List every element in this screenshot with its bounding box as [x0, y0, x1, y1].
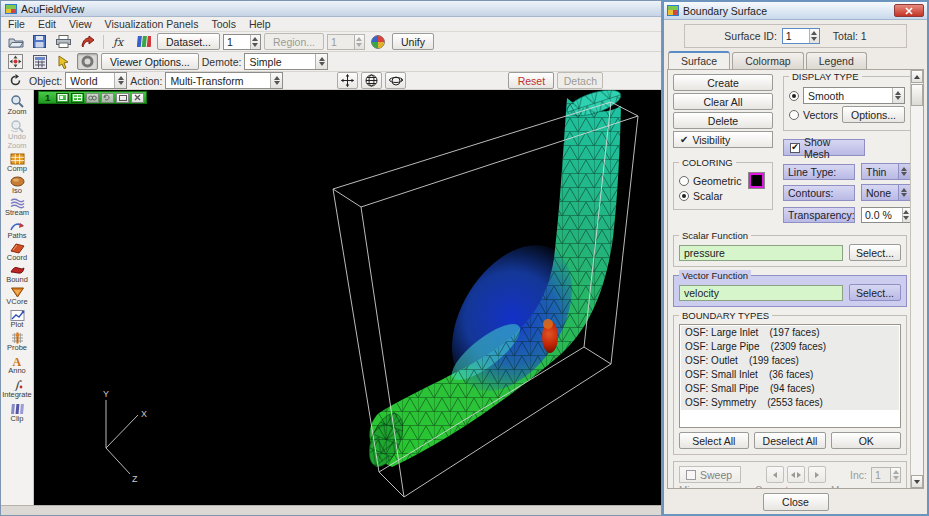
tool-bound[interactable]: Bound	[1, 264, 34, 285]
calculator-button[interactable]	[29, 53, 50, 70]
object-select[interactable]: World	[65, 72, 127, 89]
tool-coord[interactable]: Coord	[1, 242, 34, 263]
menu-edit[interactable]: Edit	[38, 18, 56, 30]
refresh-button[interactable]	[5, 72, 26, 89]
viewer-options-button[interactable]: Viewer Options...	[101, 53, 199, 70]
geometric-radio[interactable]: Geometric	[679, 173, 767, 188]
show-mesh-checkbox[interactable]: ✔ Show Mesh	[783, 139, 865, 156]
dialog-titlebar[interactable]: Boundary Surface	[664, 2, 927, 20]
snapshot-button[interactable]	[77, 33, 98, 50]
colormap-button[interactable]	[133, 33, 154, 50]
region-value-input[interactable]	[328, 35, 354, 49]
tool-comp[interactable]: Comp	[1, 152, 34, 174]
sweep-checkbox[interactable]: Sweep	[679, 466, 741, 483]
select-all-button[interactable]: Select All	[679, 432, 749, 449]
reset-button[interactable]: Reset	[508, 72, 554, 89]
region-spin-arrows[interactable]	[354, 35, 364, 49]
line-type-select[interactable]: Thin	[861, 163, 911, 180]
list-item[interactable]: OSF: Large Inlet (197 faces)	[681, 326, 899, 340]
menu-tools[interactable]: Tools	[211, 18, 236, 30]
sphere-button[interactable]	[368, 33, 389, 50]
scroll-up-button[interactable]	[911, 70, 923, 83]
display-mode-select[interactable]: Smooth	[803, 87, 905, 104]
tool-integrate[interactable]: ∫Integrate	[1, 377, 34, 400]
deselect-all-button[interactable]: Deselect All	[754, 432, 827, 449]
tool-paths[interactable]: Paths	[1, 220, 34, 241]
clear-all-button[interactable]: Clear All	[673, 93, 773, 110]
surface-id-input[interactable]	[783, 29, 809, 43]
step-forward-button[interactable]	[808, 466, 826, 483]
list-item[interactable]: OSF: Outlet (199 faces)	[681, 354, 899, 368]
main-titlebar[interactable]: AcuFieldView	[1, 1, 661, 17]
vectors-radio[interactable]: Vectors Options...	[789, 106, 905, 123]
tool-clip[interactable]: Clip	[1, 402, 34, 424]
orbit-mode-button[interactable]	[385, 72, 406, 89]
scalar-select-button[interactable]: Select...	[849, 244, 901, 261]
dataset-button[interactable]: Dataset...	[157, 33, 220, 50]
pan-compass-button[interactable]	[5, 53, 26, 70]
ring-button[interactable]	[77, 53, 98, 70]
rotate-mode-button[interactable]	[361, 72, 382, 89]
tile-pane-button[interactable]	[71, 93, 84, 103]
action-select[interactable]: Multi-Transform	[165, 72, 283, 89]
boundary-types-list[interactable]: OSF: Large Inlet (197 faces) OSF: Large …	[679, 324, 901, 428]
visibility-checkbox[interactable]: ✔ Visibility	[673, 131, 773, 148]
play-pause-button[interactable]	[787, 466, 805, 483]
function-button[interactable]: ƒx	[109, 33, 130, 50]
menu-file[interactable]: File	[8, 18, 25, 30]
list-item[interactable]: OSF: Small Pipe (94 faces)	[681, 382, 899, 396]
panel-scrollbar[interactable]	[910, 70, 923, 488]
close-pane-button[interactable]	[131, 93, 144, 103]
translate-mode-button[interactable]	[337, 72, 358, 89]
dataset-spin-arrows[interactable]	[250, 35, 260, 49]
tab-colormap[interactable]: Colormap	[732, 52, 804, 69]
menu-visualization-panels[interactable]: Visualization Panels	[105, 18, 199, 30]
surface-id-spin-arrows[interactable]	[809, 29, 819, 43]
transparency-input[interactable]	[862, 208, 902, 222]
scrollbar-track[interactable]	[911, 83, 923, 475]
transparency-spin-arrows[interactable]	[902, 208, 910, 222]
menu-view[interactable]: View	[69, 18, 92, 30]
demote-select[interactable]: Simple	[244, 53, 328, 70]
vector-select-button[interactable]: Select...	[849, 284, 901, 301]
scalar-function-input[interactable]	[679, 245, 843, 261]
scalar-radio[interactable]: Scalar	[679, 190, 767, 202]
delete-button[interactable]: Delete	[673, 112, 773, 129]
maximize-pane-button[interactable]	[116, 93, 129, 103]
scrollbar-thumb[interactable]	[911, 84, 923, 106]
tool-stream[interactable]: Stream	[1, 197, 34, 218]
dataset-value-input[interactable]	[224, 35, 250, 49]
tool-iso[interactable]: Iso	[1, 175, 34, 196]
unify-button[interactable]: Unify	[392, 33, 434, 50]
menu-help[interactable]: Help	[249, 18, 271, 30]
region-button[interactable]: Region...	[264, 33, 324, 50]
detach-button[interactable]: Detach	[557, 72, 603, 89]
tab-legend[interactable]: Legend	[806, 52, 867, 69]
list-item[interactable]: OSF: Large Pipe (2309 faces)	[681, 340, 899, 354]
step-back-button[interactable]	[766, 466, 784, 483]
restore-pane-button[interactable]	[56, 93, 69, 103]
tool-vcore[interactable]: VCore	[1, 286, 34, 307]
create-button[interactable]: Create	[673, 74, 773, 91]
tool-zoom[interactable]: Zoom	[1, 93, 34, 117]
tool-anno[interactable]: AAnno	[1, 354, 34, 376]
list-item[interactable]: OSF: Small Inlet (36 faces)	[681, 368, 899, 382]
open-button[interactable]	[5, 33, 26, 50]
tab-surface[interactable]: Surface	[668, 51, 730, 70]
sync-pane-button[interactable]	[101, 93, 114, 103]
tool-probe[interactable]: Probe	[1, 331, 34, 353]
vector-options-button[interactable]: Options...	[842, 106, 905, 123]
link-pane-button[interactable]	[86, 93, 99, 103]
list-item[interactable]: OSF: Symmetry (2553 faces)	[681, 396, 899, 410]
save-button[interactable]	[29, 33, 50, 50]
inc-input[interactable]	[872, 468, 890, 482]
smooth-radio[interactable]: Smooth	[789, 87, 905, 104]
close-button[interactable]: Close	[763, 493, 829, 511]
scroll-down-button[interactable]	[911, 475, 923, 488]
tool-plot[interactable]: Plot	[1, 309, 34, 330]
ok-button[interactable]: OK	[831, 432, 901, 449]
tool-undo-zoom[interactable]: Undo Zoom	[1, 118, 34, 151]
vector-function-input[interactable]	[679, 285, 843, 301]
contours-select[interactable]: None	[861, 184, 911, 201]
inc-spin-arrows[interactable]	[890, 468, 900, 482]
